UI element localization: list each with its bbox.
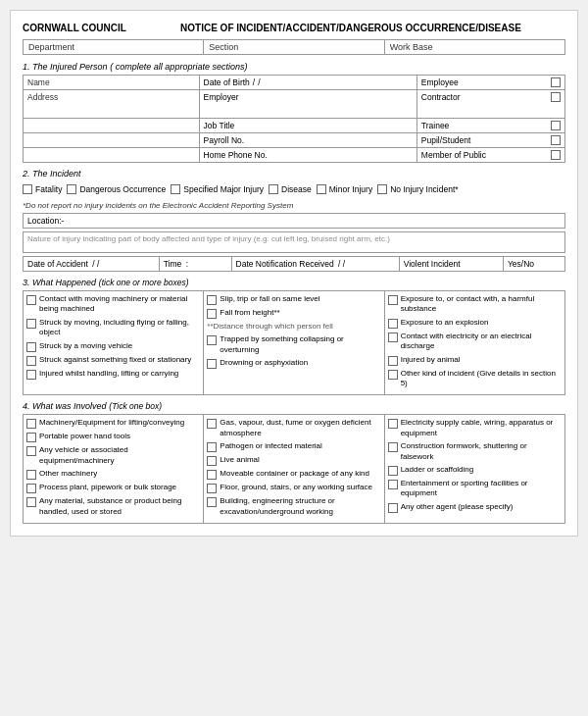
col1-cb-2[interactable] — [26, 342, 36, 352]
injury-placeholder: Nature of injury indicating part of body… — [27, 234, 390, 243]
fcol3-cb-4[interactable] — [388, 503, 398, 513]
fcol1: Machinery/Equipment for lifting/conveyin… — [24, 415, 204, 523]
col1-item-1: Struck by moving, including flying or fa… — [26, 318, 200, 338]
address-cont — [24, 119, 200, 132]
disease-item: Disease — [269, 184, 312, 194]
header: CORNWALL COUNCIL NOTICE OF INCIDENT/ACCI… — [23, 23, 565, 33]
fcol1-item-1: Portable power hand tools — [26, 432, 200, 442]
table-row-3: Job Title Trainee — [24, 119, 564, 133]
pupil-checkbox[interactable] — [551, 135, 561, 145]
col2: Slip, trip or fall on same level Fall fr… — [204, 291, 384, 394]
injured-person-table: Name Date of Birth // Employee Address E… — [23, 75, 565, 163]
col2-cb-3[interactable] — [207, 335, 217, 345]
dob-cell: Date of Birth // — [200, 76, 417, 89]
fcol2-item-1: Pathogen or infected material — [207, 441, 380, 452]
fcol2-item-0: Gas, vapour, dust, fume or oxygen defici… — [207, 418, 380, 438]
yes-no-cell: Yes/No — [504, 257, 564, 271]
name-label: Name — [24, 76, 200, 89]
fcol1-cb-3[interactable] — [26, 470, 36, 480]
fcol1-cb-2[interactable] — [26, 446, 36, 456]
fcol3-cb-3[interactable] — [388, 480, 398, 489]
empty-cell-2 — [24, 148, 200, 162]
fcol3-item-4: Any other agent (please specify) — [388, 502, 562, 513]
violent-cell: Violent Incident — [400, 257, 504, 271]
fcol1-item-5: Any material, substance or product being… — [26, 496, 200, 517]
fcol3-cb-1[interactable] — [388, 442, 398, 452]
col2-cb-0[interactable] — [207, 295, 217, 305]
col2-cb-1[interactable] — [207, 309, 217, 319]
major-label: Specified Major Injury — [183, 184, 264, 194]
col3-cb-1[interactable] — [388, 319, 398, 329]
work-base-cell[interactable]: Work Base — [385, 40, 564, 54]
fcol2-cb-2[interactable] — [207, 456, 217, 466]
major-checkbox[interactable] — [171, 184, 180, 194]
col1-item-3: Struck against something fixed or statio… — [26, 355, 200, 366]
fatality-checkbox[interactable] — [23, 184, 32, 194]
fatality-label: Fatality — [35, 184, 62, 194]
employee-checkbox[interactable] — [551, 77, 561, 87]
job-title-label: Job Title — [204, 121, 235, 130]
fcol1-item-4: Process plant, pipework or bulk storage — [26, 483, 200, 493]
fatality-item: Fatality — [23, 184, 62, 194]
location-box[interactable]: Location:- — [23, 213, 565, 229]
col3-cb-3[interactable] — [388, 356, 398, 366]
col1-item-0: Contact with moving machinery or materia… — [26, 294, 200, 315]
col3-cb-2[interactable] — [388, 332, 398, 342]
col2-cb-4[interactable] — [207, 359, 217, 369]
fcol1-cb-1[interactable] — [26, 433, 36, 442]
col2-item-0: Slip, trip or fall on same level — [207, 294, 380, 305]
col3-cb-4[interactable] — [388, 370, 398, 380]
col1-item-2: Struck by a moving vehicle — [26, 341, 200, 352]
minor-checkbox[interactable] — [317, 184, 326, 194]
col3-cb-0[interactable] — [388, 295, 398, 305]
minor-label: Minor Injury — [329, 184, 372, 194]
pupil-cell: Pupil/Student — [417, 133, 564, 147]
no-injury-checkbox[interactable] — [377, 184, 387, 194]
fcol2-cb-4[interactable] — [207, 484, 217, 493]
fcol1-item-0: Machinery/Equipment for lifting/conveyin… — [26, 418, 200, 429]
fcol1-cb-4[interactable] — [26, 484, 36, 493]
contractor-cell: Contractor — [417, 90, 564, 118]
contractor-checkbox[interactable] — [551, 92, 561, 102]
dob-label: Date of Birth — [204, 77, 250, 87]
section-cell[interactable]: Section — [204, 40, 384, 54]
col2-item-3: Trapped by something collapsing or overt… — [207, 334, 380, 355]
dept-cell[interactable]: Department — [24, 40, 204, 54]
fcol2-item-2: Live animal — [207, 455, 380, 466]
major-item: Specified Major Injury — [171, 184, 264, 194]
col1-cb-4[interactable] — [26, 370, 36, 380]
violent-label: Violent Incident — [404, 259, 461, 269]
section4-header: 4. What was Involved (Tick one box) — [23, 400, 565, 411]
date-accident-cell: Date of Accident / / — [24, 257, 160, 271]
fcol3-cb-2[interactable] — [388, 466, 398, 476]
fcol2-cb-0[interactable] — [207, 419, 217, 429]
section1-header: 1. The Injured Person ( complete all app… — [23, 61, 565, 72]
fcol2-cb-1[interactable] — [207, 442, 217, 452]
fcol2-item-4: Floor, ground, stairs, or any working su… — [207, 483, 380, 493]
trainee-checkbox[interactable] — [551, 121, 561, 130]
col2-item-1: Fall from height** — [207, 308, 380, 319]
fcol2-item-5: Building, engineering structure or excav… — [207, 496, 380, 517]
date-accident-label: Date of Accident — [27, 259, 88, 269]
table-row-4: Payroll No. Pupil/Student — [24, 133, 564, 148]
employee-label: Employee — [421, 77, 459, 87]
dangerous-checkbox[interactable] — [67, 184, 76, 194]
disease-checkbox[interactable] — [269, 184, 278, 194]
job-title-cell: Job Title — [200, 119, 417, 132]
doc-title: NOTICE OF INCIDENT/ACCIDENT/DANGEROUS OC… — [136, 23, 565, 33]
fcol1-cb-0[interactable] — [26, 419, 36, 429]
no-injury-item: No Injury Incident* — [377, 184, 458, 194]
member-checkbox[interactable] — [551, 150, 561, 160]
fcol1-cb-5[interactable] — [26, 497, 36, 507]
col3-item-2: Contact with electricity or an electrica… — [388, 332, 562, 352]
col1-cb-0[interactable] — [26, 295, 36, 305]
injury-desc[interactable]: Nature of injury indicating part of body… — [23, 231, 565, 253]
col1-cb-1[interactable] — [26, 319, 36, 329]
fcol2-cb-3[interactable] — [207, 470, 217, 480]
section2-header: 2. The Incident — [23, 168, 565, 179]
fcol2-cb-5[interactable] — [207, 497, 217, 507]
notif-label: Date Notification Received — [236, 259, 334, 269]
org-name: CORNWALL COUNCIL — [23, 23, 126, 33]
col1-cb-3[interactable] — [26, 356, 36, 366]
fcol3-cb-0[interactable] — [388, 419, 398, 429]
